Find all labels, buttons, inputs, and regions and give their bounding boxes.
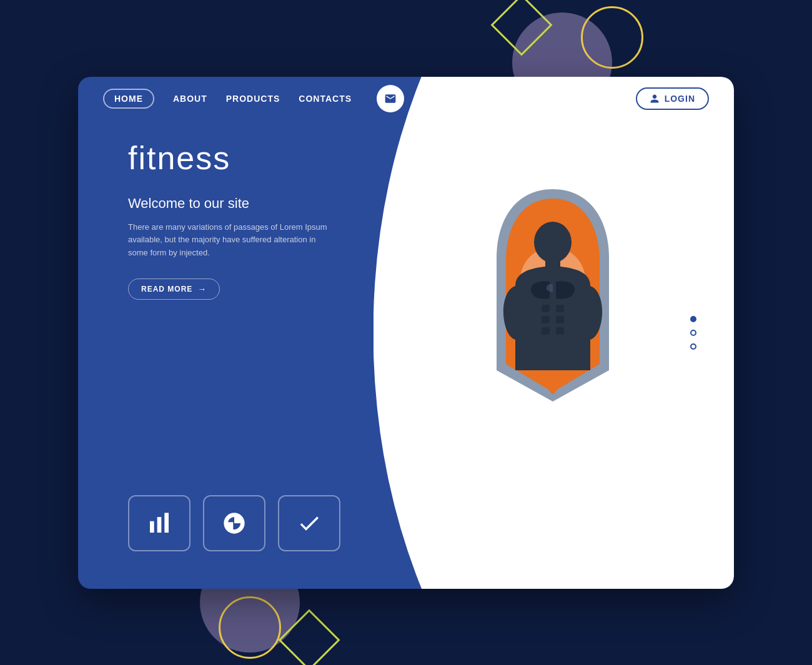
svg-rect-11 (556, 327, 564, 335)
svg-rect-8 (542, 316, 550, 323)
hero-image-area (390, 114, 715, 539)
email-icon (384, 92, 397, 105)
bg-diamond-top (491, 0, 553, 56)
pagination-dot-1[interactable] (690, 316, 696, 322)
login-label: LOGIN (665, 94, 695, 104)
arrow-icon: → (197, 284, 207, 294)
bar-chart-icon (147, 511, 172, 536)
nav-contacts[interactable]: CONTACTS (299, 94, 352, 104)
read-more-button[interactable]: READ MORE → (128, 278, 220, 300)
svg-point-4 (534, 222, 572, 263)
feature-pie-chart[interactable] (203, 495, 265, 551)
nav-about[interactable]: ABOUT (173, 94, 207, 104)
bg-diamond-bottom (279, 609, 340, 665)
pie-chart-icon (222, 511, 247, 536)
svg-rect-9 (556, 316, 564, 323)
svg-rect-6 (542, 305, 550, 312)
bg-circle-yellow-bottom (219, 596, 281, 659)
pagination-dots (690, 316, 696, 350)
svg-rect-10 (542, 327, 550, 335)
user-icon (650, 94, 660, 104)
navbar: HOME ABOUT PRODUCTS CONTACTS LOGIN (78, 77, 734, 121)
svg-rect-1 (157, 517, 162, 533)
site-title: fitness (128, 139, 390, 177)
svg-rect-2 (164, 513, 169, 533)
svg-rect-0 (150, 521, 154, 532)
email-button[interactable] (377, 85, 404, 112)
checkmark-icon (297, 511, 322, 536)
login-button[interactable]: LOGIN (636, 87, 709, 110)
read-more-label: READ MORE (141, 285, 192, 293)
pagination-dot-2[interactable] (690, 330, 696, 336)
fitness-hero-image (459, 177, 646, 476)
left-content: fitness Welcome to our site There are ma… (128, 139, 390, 300)
svg-rect-7 (556, 305, 564, 312)
feature-icons (128, 495, 340, 551)
feature-checkmark[interactable] (278, 495, 340, 551)
main-card: HOME ABOUT PRODUCTS CONTACTS LOGIN fitne… (78, 77, 734, 589)
nav-home[interactable]: HOME (103, 89, 154, 109)
welcome-heading: Welcome to our site (128, 195, 390, 212)
bg-circle-yellow-top (581, 6, 643, 69)
welcome-text: There are many variations of passages of… (128, 221, 328, 260)
nav-products[interactable]: PRODUCTS (226, 94, 280, 104)
feature-bar-chart[interactable] (128, 495, 191, 551)
nav-links: HOME ABOUT PRODUCTS CONTACTS (103, 85, 404, 112)
pagination-dot-3[interactable] (690, 343, 696, 350)
